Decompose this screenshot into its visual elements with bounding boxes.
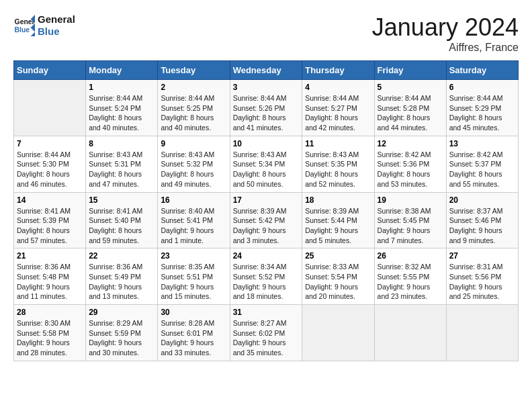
month-title: January 2024 — [372, 13, 519, 42]
sunrise-text: Sunrise: 8:41 AM — [17, 207, 71, 215]
calendar-cell: 10 Sunrise: 8:43 AM Sunset: 5:34 PM Dayl… — [230, 136, 302, 192]
sunrise-text: Sunrise: 8:37 AM — [449, 207, 503, 215]
daylight-text: Daylight: 9 hours and 5 minutes. — [305, 226, 358, 244]
day-info: Sunrise: 8:41 AM Sunset: 5:40 PM Dayligh… — [89, 206, 154, 246]
daylight-text: Daylight: 8 hours and 50 minutes. — [233, 170, 286, 188]
sunrise-text: Sunrise: 8:27 AM — [233, 319, 287, 327]
sunrise-text: Sunrise: 8:36 AM — [89, 263, 142, 271]
day-info: Sunrise: 8:42 AM Sunset: 5:36 PM Dayligh… — [378, 150, 443, 189]
daylight-text: Daylight: 8 hours and 55 minutes. — [449, 170, 502, 188]
calendar-cell: 12 Sunrise: 8:42 AM Sunset: 5:36 PM Dayl… — [374, 136, 446, 192]
day-number: 23 — [161, 251, 226, 261]
sunrise-text: Sunrise: 8:34 AM — [233, 263, 287, 271]
sunset-text: Sunset: 5:59 PM — [89, 329, 141, 337]
day-number: 9 — [161, 139, 226, 148]
day-info: Sunrise: 8:30 AM Sunset: 5:58 PM Dayligh… — [17, 318, 83, 358]
sunset-text: Sunset: 5:56 PM — [449, 273, 502, 281]
day-number: 27 — [449, 251, 515, 261]
sunrise-text: Sunrise: 8:43 AM — [161, 150, 214, 158]
day-number: 22 — [89, 251, 154, 261]
sunset-text: Sunset: 5:58 PM — [17, 329, 69, 337]
daylight-text: Daylight: 8 hours and 40 minutes. — [161, 113, 214, 132]
sunset-text: Sunset: 5:27 PM — [305, 104, 357, 112]
calendar-cell: 13 Sunrise: 8:42 AM Sunset: 5:37 PM Dayl… — [446, 136, 518, 192]
daylight-text: Daylight: 9 hours and 9 minutes. — [449, 226, 502, 244]
day-number: 2 — [161, 83, 226, 92]
calendar-cell: 22 Sunrise: 8:36 AM Sunset: 5:49 PM Dayl… — [86, 248, 158, 305]
weekday-header-monday: Monday — [86, 61, 158, 80]
logo-icon: General Blue — [13, 15, 35, 36]
sunset-text: Sunset: 5:29 PM — [449, 104, 502, 112]
sunset-text: Sunset: 5:32 PM — [161, 160, 213, 168]
day-number: 1 — [89, 83, 154, 92]
calendar-cell: 5 Sunrise: 8:44 AM Sunset: 5:28 PM Dayli… — [374, 80, 446, 136]
day-number: 16 — [161, 195, 226, 205]
day-info: Sunrise: 8:42 AM Sunset: 5:37 PM Dayligh… — [449, 150, 515, 189]
sunset-text: Sunset: 5:26 PM — [233, 104, 285, 112]
sunset-text: Sunset: 5:35 PM — [305, 160, 357, 168]
sunrise-text: Sunrise: 8:44 AM — [233, 94, 287, 102]
daylight-text: Daylight: 9 hours and 25 minutes. — [449, 283, 502, 301]
day-number: 20 — [449, 195, 515, 205]
sunrise-text: Sunrise: 8:44 AM — [305, 94, 359, 102]
sunrise-text: Sunrise: 8:39 AM — [305, 207, 359, 215]
sunrise-text: Sunrise: 8:35 AM — [161, 263, 214, 271]
daylight-text: Daylight: 9 hours and 7 minutes. — [378, 226, 431, 244]
day-info: Sunrise: 8:40 AM Sunset: 5:41 PM Dayligh… — [161, 206, 226, 246]
daylight-text: Daylight: 8 hours and 59 minutes. — [89, 226, 142, 244]
weekday-header-wednesday: Wednesday — [230, 61, 302, 80]
sunset-text: Sunset: 5:49 PM — [89, 273, 141, 281]
daylight-text: Daylight: 9 hours and 23 minutes. — [378, 283, 431, 301]
calendar-table: SundayMondayTuesdayWednesdayThursdayFrid… — [13, 60, 519, 361]
day-info: Sunrise: 8:39 AM Sunset: 5:44 PM Dayligh… — [305, 206, 371, 246]
daylight-text: Daylight: 9 hours and 11 minutes. — [17, 283, 70, 301]
calendar-cell: 14 Sunrise: 8:41 AM Sunset: 5:39 PM Dayl… — [14, 192, 86, 248]
calendar-cell — [446, 305, 518, 361]
daylight-text: Daylight: 8 hours and 42 minutes. — [305, 113, 358, 132]
calendar-cell: 16 Sunrise: 8:40 AM Sunset: 5:41 PM Dayl… — [158, 192, 230, 248]
calendar-cell: 7 Sunrise: 8:44 AM Sunset: 5:30 PM Dayli… — [14, 136, 86, 192]
calendar-week-row: 1 Sunrise: 8:44 AM Sunset: 5:24 PM Dayli… — [14, 80, 519, 136]
calendar-cell: 20 Sunrise: 8:37 AM Sunset: 5:46 PM Dayl… — [446, 192, 518, 248]
sunset-text: Sunset: 5:41 PM — [161, 216, 213, 224]
day-info: Sunrise: 8:39 AM Sunset: 5:42 PM Dayligh… — [233, 206, 300, 246]
sunrise-text: Sunrise: 8:43 AM — [305, 150, 359, 158]
calendar-week-row: 14 Sunrise: 8:41 AM Sunset: 5:39 PM Dayl… — [14, 192, 519, 248]
day-number: 6 — [449, 83, 515, 92]
daylight-text: Daylight: 9 hours and 13 minutes. — [89, 283, 142, 301]
daylight-text: Daylight: 8 hours and 53 minutes. — [378, 170, 431, 188]
day-info: Sunrise: 8:38 AM Sunset: 5:45 PM Dayligh… — [378, 206, 443, 246]
sunrise-text: Sunrise: 8:42 AM — [449, 150, 503, 158]
sunrise-text: Sunrise: 8:44 AM — [449, 94, 503, 102]
day-number: 28 — [17, 308, 83, 317]
day-number: 11 — [305, 139, 371, 148]
day-info: Sunrise: 8:36 AM Sunset: 5:48 PM Dayligh… — [17, 262, 83, 302]
day-number: 30 — [161, 308, 226, 317]
daylight-text: Daylight: 8 hours and 49 minutes. — [161, 170, 214, 188]
calendar-cell: 23 Sunrise: 8:35 AM Sunset: 5:51 PM Dayl… — [158, 248, 230, 305]
day-number: 13 — [449, 139, 515, 148]
daylight-text: Daylight: 8 hours and 46 minutes. — [17, 170, 70, 188]
daylight-text: Daylight: 9 hours and 35 minutes. — [233, 338, 286, 357]
svg-text:Blue: Blue — [15, 26, 30, 34]
calendar-cell — [14, 80, 86, 136]
calendar-cell: 28 Sunrise: 8:30 AM Sunset: 5:58 PM Dayl… — [14, 305, 86, 361]
sunrise-text: Sunrise: 8:43 AM — [233, 150, 287, 158]
logo-text-general: General — [38, 13, 75, 26]
calendar-cell — [374, 305, 446, 361]
sunset-text: Sunset: 5:25 PM — [161, 104, 213, 112]
sunset-text: Sunset: 5:46 PM — [449, 216, 502, 224]
daylight-text: Daylight: 8 hours and 52 minutes. — [305, 170, 358, 188]
day-number: 31 — [233, 308, 300, 317]
daylight-text: Daylight: 8 hours and 47 minutes. — [89, 170, 142, 188]
calendar-cell: 1 Sunrise: 8:44 AM Sunset: 5:24 PM Dayli… — [86, 80, 158, 136]
weekday-header-row: SundayMondayTuesdayWednesdayThursdayFrid… — [14, 61, 519, 80]
day-number: 25 — [305, 251, 371, 261]
logo: General Blue General Blue — [13, 13, 75, 38]
sunrise-text: Sunrise: 8:31 AM — [449, 263, 503, 271]
sunset-text: Sunset: 5:37 PM — [449, 160, 502, 168]
day-info: Sunrise: 8:34 AM Sunset: 5:52 PM Dayligh… — [233, 262, 300, 302]
calendar-cell: 29 Sunrise: 8:29 AM Sunset: 5:59 PM Dayl… — [86, 305, 158, 361]
day-number: 4 — [305, 83, 371, 92]
sunset-text: Sunset: 5:24 PM — [89, 104, 141, 112]
